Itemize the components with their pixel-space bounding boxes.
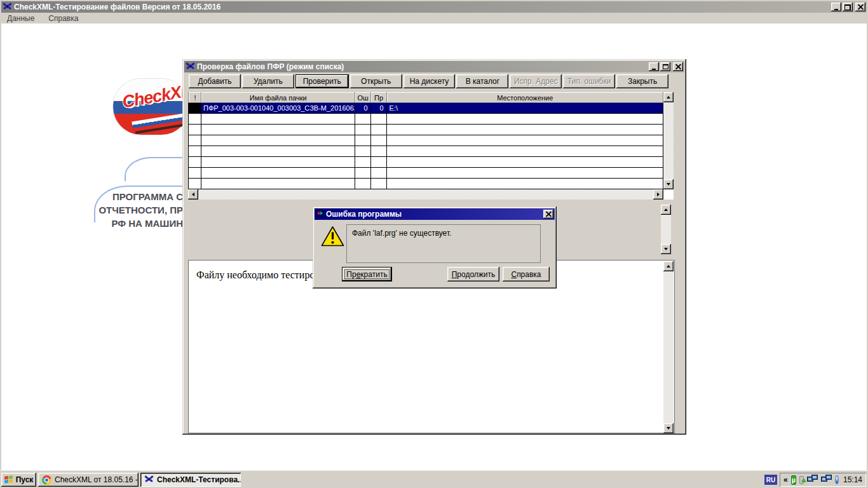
- table-horizontal-scrollbar[interactable]: [188, 189, 663, 200]
- tray-expand-chevron[interactable]: «: [783, 475, 788, 484]
- warning-icon: [321, 226, 344, 249]
- scroll-up-button[interactable]: [663, 261, 674, 271]
- delete-button[interactable]: Удалить: [242, 74, 294, 88]
- check-button[interactable]: Проверить: [295, 74, 349, 88]
- app-butterfly-icon: [3, 1, 12, 13]
- close-icon: [858, 4, 864, 10]
- system-tray: « µ 15:14: [780, 473, 866, 487]
- table-row-empty[interactable]: [189, 135, 663, 146]
- add-button[interactable]: Добавить: [189, 74, 241, 88]
- error-dialog-icon: [316, 209, 324, 219]
- middle-panel-scrollbar[interactable]: [661, 205, 671, 254]
- error-types-button: Тип. ошибки: [563, 74, 615, 88]
- help-button[interactable]: Справка: [503, 267, 550, 281]
- test-result-text: Файлу необходимо тестиро: [196, 269, 315, 281]
- close-button[interactable]: [855, 3, 865, 11]
- arrow-up-icon: [667, 265, 670, 268]
- column-header-location[interactable]: Местоположение: [387, 92, 663, 103]
- scroll-down-button[interactable]: [663, 423, 674, 433]
- tagline-line: ПРОГРАММА С: [62, 190, 183, 203]
- error-dialog: Ошибка программы Файл 'laf.prg' не сущес…: [313, 207, 557, 288]
- arrow-down-icon: [667, 183, 670, 186]
- program-tagline: ПРОГРАММА С ОТЧЕТНОСТИ, ПР РФ НА МАШИН: [62, 190, 183, 230]
- column-header-flag[interactable]: !: [189, 92, 201, 103]
- result-panel-scrollbar[interactable]: [663, 261, 674, 433]
- table-row-empty[interactable]: [189, 125, 663, 135]
- close-button[interactable]: [673, 62, 683, 71]
- warnings-cell: 0: [371, 103, 387, 114]
- to-folder-button[interactable]: В каталог: [456, 74, 508, 88]
- restore-icon: [844, 4, 851, 10]
- to-floppy-button[interactable]: На дискету: [403, 74, 456, 88]
- continue-button[interactable]: Продолжить: [447, 267, 499, 281]
- close-icon: [675, 64, 681, 69]
- minimize-icon: [834, 9, 838, 10]
- main-window-titlebar[interactable]: CheckXML-Тестирование файлов Версия от 1…: [1, 1, 867, 13]
- clock[interactable]: 15:14: [843, 475, 862, 484]
- arrow-up-icon: [667, 96, 670, 98]
- errors-cell: 0: [355, 103, 371, 114]
- menu-bar: Данные Справка: [1, 13, 867, 24]
- fix-address-button: Испр. Адрес: [510, 74, 562, 88]
- app-butterfly-icon: [186, 61, 195, 72]
- internet-globe-tray-icon[interactable]: [835, 475, 839, 484]
- close-list-button[interactable]: Закрыть: [616, 74, 668, 88]
- minimize-button[interactable]: [649, 62, 659, 71]
- chrome-icon: [42, 475, 51, 485]
- pfr-window-titlebar[interactable]: Проверка файлов ПФР (режим списка): [184, 61, 684, 72]
- taskbar: Пуск CheckXML от 18.05.16 - ... CheckXML…: [0, 470, 868, 488]
- utorrent-tray-icon[interactable]: µ: [791, 475, 796, 485]
- table-vertical-scrollbar[interactable]: [663, 92, 674, 189]
- scroll-track[interactable]: [198, 189, 653, 200]
- scroll-right-button[interactable]: [653, 189, 663, 200]
- network-tray-icon[interactable]: [807, 475, 818, 485]
- scroll-up-button[interactable]: [661, 205, 671, 215]
- filename-cell: ПФР_003-003-001040_003003_СЗВ-М_20160622: [201, 103, 355, 114]
- open-button[interactable]: Открыть: [350, 74, 402, 88]
- scroll-down-button[interactable]: [663, 179, 674, 189]
- minimize-icon: [652, 69, 656, 70]
- column-header-warnings[interactable]: Пр: [371, 92, 387, 103]
- scroll-track[interactable]: [663, 271, 674, 423]
- maximize-icon: [663, 64, 668, 69]
- menu-item-data[interactable]: Данные: [7, 14, 34, 23]
- column-header-errors[interactable]: Ош: [355, 92, 371, 103]
- windows-flag-icon: [4, 475, 13, 484]
- minimize-button[interactable]: [831, 3, 841, 11]
- table-row-empty[interactable]: [189, 114, 663, 125]
- arrow-down-icon: [664, 248, 668, 250]
- error-dialog-titlebar[interactable]: Ошибка программы: [315, 208, 555, 220]
- network-tray-icon[interactable]: [821, 475, 832, 485]
- table-row-empty[interactable]: [189, 157, 663, 168]
- taskbar-task-browser[interactable]: CheckXML от 18.05.16 - ...: [38, 473, 139, 487]
- scrollbar-corner: [663, 189, 674, 200]
- table-row-empty[interactable]: [189, 168, 663, 179]
- scroll-up-button[interactable]: [663, 92, 674, 102]
- task-label: CheckXML-Тестирова...: [157, 475, 241, 484]
- flag-cell: [189, 103, 201, 114]
- error-message-box: Файл 'laf.prg' не существует.: [346, 224, 541, 263]
- abort-button[interactable]: Прекратить: [342, 267, 392, 281]
- table-row-empty[interactable]: [189, 146, 663, 157]
- tagline-line: ОТЧЕТНОСТИ, ПР: [62, 203, 183, 217]
- taskbar-task-checkxml[interactable]: CheckXML-Тестирова...: [140, 473, 241, 487]
- close-icon: [546, 212, 552, 217]
- restore-button[interactable]: [843, 3, 853, 11]
- menu-item-help[interactable]: Справка: [48, 14, 78, 23]
- arrow-left-icon: [192, 193, 194, 196]
- table-row-selected[interactable]: ПФР_003-003-001040_003003_СЗВ-М_20160622…: [189, 103, 663, 114]
- app-butterfly-icon: [144, 474, 154, 485]
- scroll-left-button[interactable]: [188, 189, 198, 200]
- arrow-right-icon: [657, 193, 660, 196]
- close-button[interactable]: [543, 210, 553, 219]
- table-row-empty[interactable]: [189, 179, 663, 189]
- maximize-button[interactable]: [660, 62, 670, 71]
- scroll-track[interactable]: [661, 215, 671, 244]
- start-button[interactable]: Пуск: [1, 473, 36, 487]
- update-agent-tray-icon[interactable]: [799, 476, 803, 484]
- scroll-track[interactable]: [663, 102, 674, 179]
- scroll-down-button[interactable]: [661, 244, 671, 254]
- error-message-text: Файл 'laf.prg' не существует.: [352, 229, 451, 238]
- column-header-filename[interactable]: Имя файла пачки: [201, 92, 355, 103]
- language-indicator[interactable]: RU: [764, 475, 777, 485]
